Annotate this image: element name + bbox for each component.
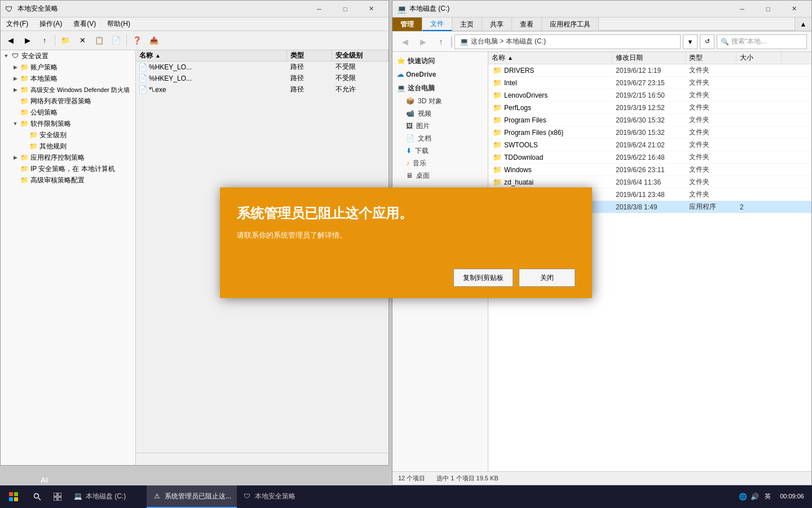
tray-volume-icon[interactable]: 🔊 — [751, 493, 759, 501]
taskbar-clock[interactable]: 00:09:06 — [776, 492, 807, 501]
task-view-button[interactable] — [47, 485, 68, 508]
security-taskbar-icon: 🛡 — [242, 492, 251, 501]
dialog-body: 系统管理员已阻止这个应用。 请联系你的系统管理员了解详情。 — [220, 187, 592, 269]
svg-rect-6 — [54, 493, 57, 496]
svg-rect-9 — [58, 497, 61, 501]
start-button[interactable] — [0, 485, 27, 508]
search-icon — [33, 493, 41, 501]
svg-rect-7 — [58, 493, 61, 496]
taskbar-item-security[interactable]: 🛡 本地安全策略 — [237, 485, 316, 508]
dialog-message: 请联系你的系统管理员了解详情。 — [237, 230, 575, 240]
tray-network-icon[interactable]: 🌐 — [739, 493, 747, 501]
explorer-taskbar-icon: 💻 — [73, 492, 82, 501]
dialog-box: 系统管理员已阻止这个应用。 请联系你的系统管理员了解详情。 复制到剪贴板 关闭 — [220, 187, 592, 298]
dialog-title: 系统管理员已阻止这个应用。 — [237, 204, 575, 222]
svg-line-5 — [38, 498, 41, 500]
taskbar-lang[interactable]: 英 — [761, 492, 774, 501]
taskbar: 💻 本地磁盘 (C:) ⚠ 系统管理员已阻止这... 🛡 本地安全策略 🌐 🔊 … — [0, 485, 812, 508]
svg-rect-1 — [14, 492, 18, 496]
svg-rect-2 — [9, 497, 13, 501]
dialog-overlay: 系统管理员已阻止这个应用。 请联系你的系统管理员了解详情。 复制到剪贴板 关闭 — [0, 0, 812, 485]
svg-rect-8 — [54, 497, 57, 501]
taskbar-items: 💻 本地磁盘 (C:) ⚠ 系统管理员已阻止这... 🛡 本地安全策略 — [68, 485, 734, 508]
taskbar-search-button[interactable] — [27, 485, 47, 508]
tray-icons: 🌐 🔊 — [739, 493, 759, 501]
svg-rect-3 — [14, 497, 18, 501]
close-dialog-button[interactable]: 关闭 — [519, 269, 575, 287]
dialog-taskbar-icon: ⚠ — [152, 492, 161, 501]
taskbar-item-explorer[interactable]: 💻 本地磁盘 (C:) — [68, 485, 147, 508]
task-view-icon — [54, 493, 61, 501]
svg-rect-0 — [9, 492, 13, 496]
svg-point-4 — [34, 494, 39, 498]
taskbar-item-dialog[interactable]: ⚠ 系统管理员已阻止这... — [147, 485, 237, 508]
copy-to-clipboard-button[interactable]: 复制到剪贴板 — [453, 269, 513, 287]
taskbar-tray: 🌐 🔊 英 00:09:06 — [734, 492, 812, 501]
taskbar-time: 00:09:06 — [780, 492, 804, 501]
dialog-buttons: 复制到剪贴板 关闭 — [220, 269, 592, 298]
windows-logo-icon — [9, 492, 18, 501]
